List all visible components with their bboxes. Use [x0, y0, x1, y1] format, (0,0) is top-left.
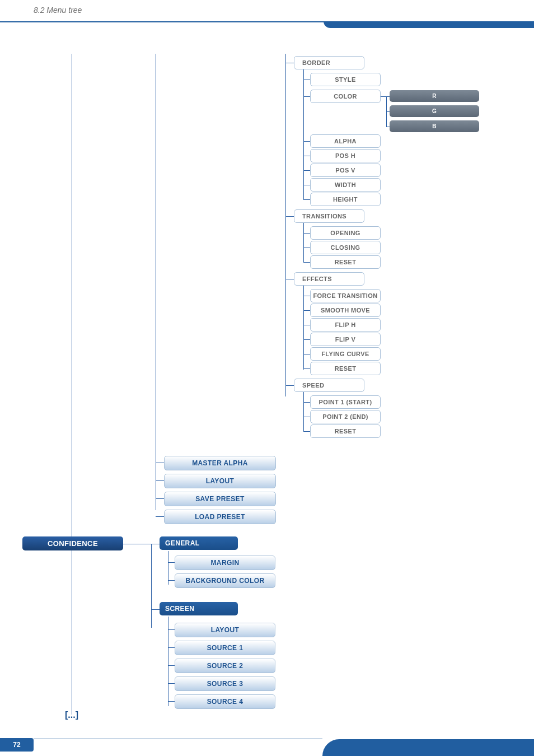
tree-line — [303, 310, 310, 311]
menu-tree: BORDER STYLE COLOR R G B ALPHA POS H POS… — [34, 54, 512, 722]
tree-line — [303, 248, 310, 248]
tree-line — [168, 580, 175, 581]
node-source4: SOURCE 4 — [175, 694, 275, 709]
node-confidence: CONFIDENCE — [22, 536, 123, 550]
node-color: COLOR — [310, 90, 381, 103]
tree-line — [303, 286, 304, 370]
tree-line — [123, 544, 151, 544]
node-width: WIDTH — [310, 178, 381, 192]
footer-rule — [34, 739, 322, 739]
tree-line — [381, 96, 390, 97]
header-rule — [0, 21, 325, 22]
tree-line — [168, 683, 175, 684]
tree-line — [303, 339, 310, 340]
tree-line — [156, 516, 164, 517]
tree-line — [156, 463, 164, 463]
node-point1: POINT 1 (START) — [310, 395, 381, 409]
node-transitions: TRANSITIONS — [294, 209, 364, 223]
footer-curve — [322, 739, 534, 756]
node-reset2: RESET — [310, 362, 381, 375]
node-speed: SPEED — [294, 379, 364, 392]
node-r: R — [390, 90, 479, 102]
tree-line — [303, 368, 310, 369]
tree-line — [285, 54, 286, 396]
tree-line — [303, 69, 304, 199]
tree-line — [303, 185, 310, 185]
node-flipv: FLIP V — [310, 333, 381, 346]
tree-line — [285, 216, 294, 217]
node-alpha: ALPHA — [310, 134, 381, 148]
node-effects: EFFECTS — [294, 272, 364, 286]
tree-line — [156, 54, 156, 510]
tree-line — [151, 609, 160, 610]
node-source1: SOURCE 1 — [175, 641, 275, 655]
node-point2: POINT 2 (END) — [310, 410, 381, 423]
node-bgcolor: BACKGROUND COLOR — [175, 573, 275, 588]
node-margin: MARGIN — [175, 556, 275, 570]
tree-line — [303, 354, 310, 354]
node-masteralpha: MASTER ALPHA — [164, 456, 276, 470]
tree-line — [303, 156, 310, 156]
tree-line — [303, 199, 310, 200]
node-height: HEIGHT — [310, 193, 381, 206]
node-reset3: RESET — [310, 424, 381, 438]
tree-line — [168, 665, 175, 666]
node-fliph: FLIP H — [310, 318, 381, 332]
tree-line — [303, 417, 310, 417]
tree-line — [303, 392, 304, 431]
tree-line — [303, 402, 310, 403]
node-smoothmove: SMOOTH MOVE — [310, 304, 381, 317]
tree-line — [285, 279, 294, 279]
tree-line — [303, 141, 310, 142]
node-border: BORDER — [294, 56, 364, 69]
node-layout2: LAYOUT — [175, 623, 275, 637]
node-screen: SCREEN — [160, 602, 238, 615]
tree-line — [303, 262, 310, 263]
node-general: GENERAL — [160, 536, 238, 550]
node-savepreset: SAVE PRESET — [164, 492, 276, 506]
tree-line — [156, 498, 164, 499]
tree-line — [303, 170, 310, 171]
node-flyingcurve: FLYING CURVE — [310, 347, 381, 361]
tree-line — [285, 385, 294, 386]
tree-line — [303, 325, 310, 325]
continuation-marker: [...] — [65, 710, 78, 720]
tree-line — [386, 127, 390, 127]
tree-line — [303, 296, 310, 296]
tree-line — [168, 701, 175, 702]
node-forcetrans: FORCE TRANSITION — [310, 289, 381, 302]
node-reset1: RESET — [310, 255, 381, 269]
tree-line — [285, 63, 294, 63]
header-curve — [324, 21, 534, 28]
tree-line — [303, 223, 304, 262]
tree-line — [168, 551, 168, 585]
node-layout1: LAYOUT — [164, 474, 276, 488]
tree-line — [168, 562, 175, 563]
tree-line — [303, 96, 310, 97]
node-style: STYLE — [310, 73, 381, 86]
tree-line — [151, 544, 152, 628]
node-b: B — [390, 120, 479, 132]
node-source3: SOURCE 3 — [175, 676, 275, 691]
node-posv: POS V — [310, 164, 381, 177]
node-g: G — [390, 105, 479, 117]
node-posh: POS H — [310, 149, 381, 162]
tree-line — [303, 233, 310, 234]
tree-line — [168, 647, 175, 648]
node-opening: OPENING — [310, 226, 381, 240]
tree-line — [303, 431, 310, 432]
tree-line — [151, 544, 160, 544]
node-loadpreset: LOAD PRESET — [164, 510, 276, 524]
page-number: 72 — [0, 738, 34, 752]
tree-line — [168, 617, 168, 706]
page-header: 8.2 Menu tree — [34, 6, 82, 15]
tree-line — [168, 629, 175, 630]
tree-line — [72, 54, 72, 715]
node-source2: SOURCE 2 — [175, 659, 275, 673]
tree-line — [386, 111, 390, 112]
tree-line — [303, 80, 310, 80]
tree-line — [156, 480, 164, 481]
node-closing: CLOSING — [310, 241, 381, 254]
